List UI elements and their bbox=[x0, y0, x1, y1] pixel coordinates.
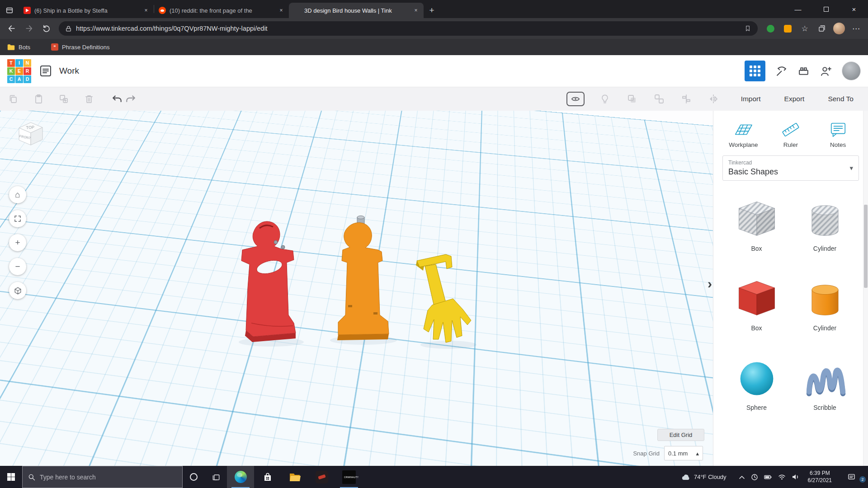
browser-profile-avatar[interactable] bbox=[831, 21, 847, 36]
duplicate-button[interactable] bbox=[57, 92, 71, 106]
clipboard-tools bbox=[6, 92, 96, 106]
tinkercad-logo[interactable]: T I N K E R C A D bbox=[7, 59, 31, 83]
favorites-button[interactable]: ☆ bbox=[797, 21, 813, 36]
design-title[interactable]: Work bbox=[59, 66, 79, 76]
panel-collapse-button[interactable]: › bbox=[708, 277, 712, 291]
fit-view-button[interactable] bbox=[9, 210, 26, 227]
screen: (6) Ship in a Bottle by Steffa × (10) re… bbox=[0, 0, 868, 488]
refresh-button[interactable] bbox=[38, 21, 54, 36]
shape-cylinder-hole[interactable]: Cylinder bbox=[802, 198, 849, 252]
ruler-tool[interactable]: Ruler bbox=[770, 121, 811, 148]
cortana-button[interactable] bbox=[183, 466, 205, 488]
taskbar-edge[interactable] bbox=[227, 466, 254, 488]
brick-editor-button[interactable] bbox=[797, 65, 810, 77]
import-button[interactable]: Import bbox=[741, 95, 761, 103]
panel-scrollbar[interactable] bbox=[863, 111, 868, 466]
paste-button[interactable] bbox=[32, 92, 45, 106]
grid-view-button[interactable] bbox=[745, 61, 765, 81]
tray-volume-icon[interactable] bbox=[792, 474, 799, 480]
taskbar-criminality-window[interactable]: CRIMINALITY bbox=[335, 466, 363, 488]
extension-badge bbox=[767, 25, 774, 33]
search-input[interactable] bbox=[40, 474, 177, 481]
delete-button[interactable] bbox=[82, 92, 96, 106]
cylinder-orange-art bbox=[802, 277, 849, 321]
user-avatar[interactable] bbox=[842, 61, 861, 80]
copy-button[interactable] bbox=[6, 92, 20, 106]
logo-tile: I bbox=[15, 59, 23, 67]
taskbar-file-explorer[interactable] bbox=[281, 466, 308, 488]
tab-close-icon[interactable]: × bbox=[277, 6, 285, 14]
taskbar-search[interactable] bbox=[22, 466, 183, 488]
action-center-button[interactable]: 2 bbox=[840, 473, 863, 481]
mirror-button[interactable] bbox=[707, 92, 720, 106]
shape-sphere[interactable]: Sphere bbox=[733, 357, 780, 411]
design-menu-button[interactable] bbox=[39, 65, 52, 77]
home-view-button[interactable]: ⌂ bbox=[9, 186, 26, 203]
tray-battery-icon[interactable] bbox=[764, 474, 772, 480]
view-cube[interactable]: TOP FRONT bbox=[13, 116, 48, 149]
edit-grid-button[interactable]: Edit Grid bbox=[657, 429, 704, 441]
align-button[interactable] bbox=[679, 92, 693, 106]
new-tab-button[interactable]: + bbox=[424, 3, 440, 18]
workplane-tool[interactable]: Workplane bbox=[722, 121, 764, 148]
scrollbar-thumb[interactable] bbox=[864, 205, 868, 288]
tab-close-icon[interactable]: × bbox=[412, 6, 420, 14]
lights-button[interactable] bbox=[598, 92, 612, 106]
weather-widget[interactable]: 74°F Cloudy bbox=[681, 473, 726, 481]
tab-tinkercad-active[interactable]: 3D design Bird house Walls | Tink × bbox=[289, 3, 424, 18]
perspective-toggle-button[interactable] bbox=[9, 282, 26, 299]
tab-youtube[interactable]: (6) Ship in a Bottle by Steffa × bbox=[19, 3, 154, 18]
zoom-in-button[interactable]: + bbox=[9, 234, 26, 251]
bookmark-folder-bots[interactable]: Bots bbox=[7, 44, 30, 51]
task-view-button[interactable] bbox=[205, 466, 227, 488]
object-orange-wall[interactable] bbox=[337, 216, 389, 341]
taskbar-clock[interactable]: 6:39 PM 6/27/2021 bbox=[808, 470, 832, 484]
url-input[interactable] bbox=[76, 25, 740, 32]
tray-chevron-up[interactable] bbox=[739, 475, 745, 479]
tab-actions-button[interactable] bbox=[0, 3, 19, 18]
zoom-out-button[interactable]: − bbox=[9, 258, 26, 275]
forward-button[interactable] bbox=[21, 21, 37, 36]
shapes-panel: Workplane Ruler Notes Tinkercad Ba bbox=[713, 111, 868, 466]
taskbar-store[interactable] bbox=[254, 466, 281, 488]
shape-scribble[interactable]: Scribble bbox=[802, 357, 849, 411]
shape-cylinder-orange[interactable]: Cylinder bbox=[802, 277, 849, 332]
tray-network-icon[interactable] bbox=[778, 474, 786, 480]
undo-button[interactable] bbox=[110, 92, 124, 106]
redo-button[interactable] bbox=[124, 92, 137, 106]
tray-clock-icon[interactable] bbox=[751, 474, 758, 481]
back-button[interactable] bbox=[4, 21, 20, 36]
shape-box-red[interactable]: Box bbox=[733, 277, 780, 332]
shape-library-select[interactable]: Tinkercad Basic Shapes ▾ bbox=[722, 155, 859, 181]
invite-collaborator-button[interactable] bbox=[820, 65, 832, 77]
tab-reddit[interactable]: (10) reddit: the front page of the × bbox=[154, 3, 289, 18]
start-button[interactable] bbox=[0, 466, 22, 488]
taskbar-game-app[interactable] bbox=[308, 466, 335, 488]
browser-menu-button[interactable]: ⋯ bbox=[848, 21, 864, 36]
object-red-wall[interactable] bbox=[241, 221, 296, 342]
show-all-button[interactable] bbox=[566, 92, 585, 106]
address-bar[interactable] bbox=[59, 21, 758, 36]
group-button[interactable] bbox=[625, 92, 639, 106]
object-yellow-arm[interactable] bbox=[416, 254, 471, 343]
bookmark-phrase-definitions[interactable]: “ Phrase Definitions bbox=[51, 43, 110, 51]
window-maximize-button[interactable] bbox=[812, 0, 840, 18]
export-button[interactable]: Export bbox=[784, 95, 805, 103]
extension-orange-icon[interactable] bbox=[779, 21, 796, 36]
ungroup-button[interactable] bbox=[652, 92, 666, 106]
notes-tool[interactable]: Notes bbox=[817, 121, 859, 148]
window-close-button[interactable]: × bbox=[840, 0, 868, 18]
3d-viewport[interactable]: TOP FRONT ⌂ + − Edit Grid Snap Grid 0.1 bbox=[0, 111, 713, 466]
collections-button[interactable] bbox=[814, 21, 830, 36]
minecraft-editor-button[interactable] bbox=[775, 65, 788, 77]
bookmark-page-icon[interactable] bbox=[744, 25, 751, 32]
tab-close-icon[interactable]: × bbox=[142, 6, 150, 14]
perspective-cube-icon bbox=[14, 286, 22, 295]
windows-logo-icon bbox=[7, 473, 15, 481]
shape-box-hole[interactable]: Box bbox=[733, 198, 780, 252]
snap-grid-select[interactable]: 0.1 mm ▴ bbox=[664, 446, 703, 460]
game-app-icon bbox=[316, 471, 328, 483]
window-minimize-button[interactable]: — bbox=[784, 0, 812, 18]
send-to-button[interactable]: Send To bbox=[828, 95, 854, 103]
extension-green-icon[interactable] bbox=[762, 21, 778, 36]
